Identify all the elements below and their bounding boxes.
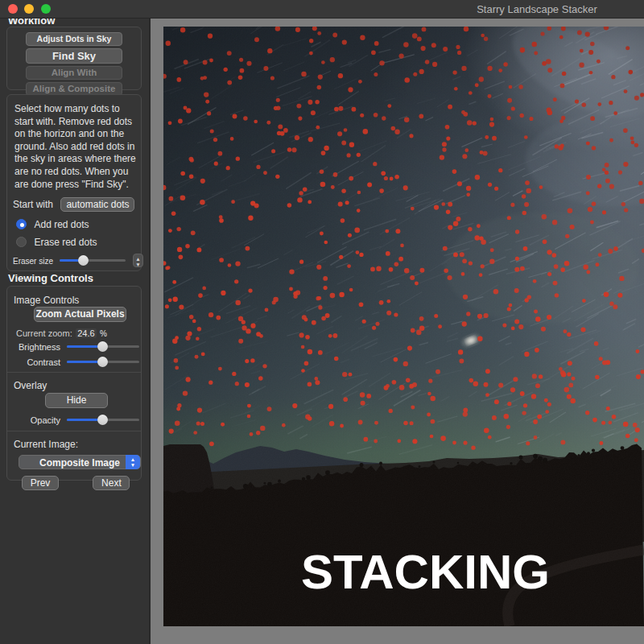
current-zoom-label: Current zoom:: [16, 328, 72, 338]
current-image-value: Composite Image: [39, 457, 120, 469]
find-sky-button[interactable]: Find Sky: [26, 48, 122, 64]
slider-thumb[interactable]: [97, 415, 108, 425]
instructions-text: Select how many dots to start with. Remo…: [14, 103, 137, 191]
current-image-dropdown[interactable]: Composite Image ▲▼: [19, 455, 141, 469]
viewing-controls-header: Viewing Controls: [8, 272, 93, 284]
hide-overlay-button[interactable]: Hide: [45, 393, 108, 408]
slider-thumb[interactable]: [97, 357, 108, 367]
eraser-size-label: Eraser size: [13, 257, 53, 266]
radio-button-icon[interactable]: [16, 219, 27, 229]
title-bar: Starry Landscape Stacker: [0, 0, 644, 19]
opacity-label: Opacity: [7, 415, 60, 425]
current-zoom-value[interactable]: 24.6: [76, 328, 96, 338]
zoom-actual-pixels-button[interactable]: Zoom Actual Pixels: [34, 307, 126, 322]
sky-scene: [163, 27, 644, 626]
radio-add-red-dots[interactable]: Add red dots: [16, 217, 151, 231]
eraser-size-slider[interactable]: [60, 255, 126, 266]
align-with-button[interactable]: Align With: [26, 66, 122, 80]
window-title: Starry Landscape Stacker: [444, 3, 630, 15]
slider-thumb[interactable]: [78, 255, 89, 266]
image-controls-label: Image Controls: [14, 295, 79, 306]
viewing-controls-box: Image Controls Zoom Actual Pixels Curren…: [6, 286, 142, 481]
radio-button-icon[interactable]: [16, 237, 27, 247]
opacity-slider[interactable]: [67, 415, 139, 425]
stacking-status-text: STACKING: [301, 548, 550, 597]
radio-add-label: Add red dots: [34, 219, 89, 230]
brightness-slider[interactable]: [67, 341, 139, 352]
minimize-window-icon[interactable]: [24, 4, 34, 14]
start-with-label: Start with: [13, 199, 53, 210]
zoom-window-icon[interactable]: [41, 4, 51, 14]
percent-sign: %: [100, 329, 107, 338]
radio-erase-label: Erase red dots: [34, 237, 97, 248]
separator: [7, 431, 141, 431]
close-window-icon[interactable]: [8, 4, 18, 14]
image-canvas[interactable]: STACKING: [163, 27, 644, 626]
automatic-dots-button[interactable]: automatic dots: [60, 197, 134, 212]
current-image-label: Current Image:: [14, 439, 78, 450]
radio-erase-red-dots[interactable]: Erase red dots: [16, 234, 151, 249]
workflow-box: Adjust Dots in Sky Find Sky Align With A…: [6, 27, 142, 90]
overlay-label: Overlay: [14, 380, 47, 391]
prev-image-button[interactable]: Prev: [22, 476, 59, 490]
contrast-slider[interactable]: [67, 357, 139, 367]
brightness-label: Brightness: [7, 342, 60, 352]
eraser-size-stepper[interactable]: ▲▼: [133, 254, 143, 267]
next-image-button[interactable]: Next: [93, 476, 130, 490]
dot-controls-box: Select how many dots to start with. Remo…: [6, 94, 142, 271]
slider-thumb[interactable]: [97, 341, 108, 352]
sidebar: Workflow Adjust Dots in Sky Find Sky Ali…: [0, 18, 151, 644]
separator: [7, 372, 141, 373]
adjust-dots-in-sky-button[interactable]: Adjust Dots in Sky: [26, 32, 122, 46]
dropdown-stepper-icon[interactable]: ▲▼: [126, 455, 140, 469]
contrast-label: Contrast: [7, 357, 60, 367]
